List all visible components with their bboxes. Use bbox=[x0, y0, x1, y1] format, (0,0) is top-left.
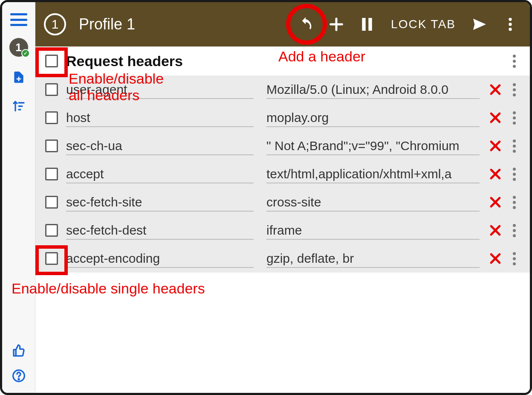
profile-badge-1[interactable]: 1 bbox=[9, 38, 28, 57]
content: Request headers user-agent Mozilla/5.0 (… bbox=[35, 46, 530, 393]
profile-title: Profile 1 bbox=[79, 15, 135, 33]
header-menu-button[interactable] bbox=[507, 83, 521, 96]
new-file-icon[interactable] bbox=[10, 69, 27, 86]
header-checkbox[interactable] bbox=[43, 222, 60, 239]
header-checkbox[interactable] bbox=[43, 194, 60, 211]
header-row: sec-fetch-site cross-site bbox=[35, 188, 530, 216]
topbar: 1 Profile 1 LOCK TAB bbox=[35, 2, 530, 46]
help-icon[interactable] bbox=[10, 367, 27, 384]
pause-button[interactable] bbox=[356, 13, 378, 35]
header-name-input[interactable]: host bbox=[66, 108, 254, 127]
header-name-input[interactable]: sec-ch-ua bbox=[66, 137, 254, 155]
header-menu-button[interactable] bbox=[507, 139, 521, 153]
delete-header-button[interactable] bbox=[487, 81, 503, 98]
request-headers-section: Request headers user-agent Mozilla/5.0 (… bbox=[35, 46, 530, 273]
header-row: accept-encoding gzip, deflate, br bbox=[35, 244, 530, 273]
section-header: Request headers bbox=[35, 46, 530, 76]
header-checkbox[interactable] bbox=[43, 137, 60, 154]
header-name-input[interactable]: user-agent bbox=[66, 80, 254, 99]
delete-header-button[interactable] bbox=[487, 222, 503, 238]
delete-header-button[interactable] bbox=[487, 166, 503, 182]
share-button[interactable] bbox=[468, 13, 491, 35]
header-checkbox[interactable] bbox=[43, 250, 60, 267]
header-checkbox[interactable] bbox=[43, 81, 60, 98]
svg-point-6 bbox=[509, 28, 512, 31]
check-icon bbox=[21, 49, 30, 58]
header-rows: user-agent Mozilla/5.0 (Linux; Android 8… bbox=[35, 76, 530, 273]
header-row: sec-fetch-dest iframe bbox=[35, 216, 530, 244]
header-name-input[interactable]: accept-encoding bbox=[66, 249, 254, 268]
section-title: Request headers bbox=[66, 53, 183, 70]
left-rail: 1 bbox=[2, 2, 35, 393]
header-name-input[interactable]: sec-fetch-dest bbox=[66, 221, 254, 240]
delete-header-button[interactable] bbox=[487, 250, 503, 267]
more-menu-button[interactable] bbox=[499, 13, 521, 35]
header-menu-button[interactable] bbox=[507, 196, 521, 209]
header-value-input[interactable]: Mozilla/5.0 (Linux; Android 8.0.0 bbox=[266, 80, 480, 99]
svg-rect-3 bbox=[368, 18, 372, 31]
profile-number-circle: 1 bbox=[44, 13, 66, 35]
header-value-input[interactable]: text/html,application/xhtml+xml,a bbox=[266, 165, 480, 183]
profile-badge-number: 1 bbox=[15, 41, 21, 54]
header-value-input[interactable]: " Not A;Brand";v="99", "Chromium bbox=[266, 137, 480, 155]
header-value-input[interactable]: cross-site bbox=[266, 193, 480, 212]
header-row: user-agent Mozilla/5.0 (Linux; Android 8… bbox=[35, 76, 530, 104]
svg-point-1 bbox=[18, 379, 19, 380]
header-checkbox[interactable] bbox=[43, 166, 60, 183]
delete-header-button[interactable] bbox=[487, 194, 503, 210]
header-name-input[interactable]: accept bbox=[66, 165, 254, 183]
hamburger-menu-icon[interactable] bbox=[10, 13, 27, 26]
header-value-input[interactable]: iframe bbox=[266, 221, 480, 240]
add-header-button[interactable] bbox=[325, 13, 347, 35]
section-menu-button[interactable] bbox=[507, 55, 521, 68]
toggle-all-checkbox[interactable] bbox=[43, 52, 60, 70]
header-value-input[interactable]: moplay.org bbox=[266, 108, 480, 127]
main-area: 1 Profile 1 LOCK TAB bbox=[35, 2, 530, 393]
header-value-input[interactable]: gzip, deflate, br bbox=[266, 249, 480, 268]
header-row: sec-ch-ua " Not A;Brand";v="99", "Chromi… bbox=[35, 132, 530, 160]
header-name-input[interactable]: sec-fetch-site bbox=[66, 193, 254, 212]
header-menu-button[interactable] bbox=[507, 168, 521, 181]
header-menu-button[interactable] bbox=[507, 111, 521, 125]
delete-header-button[interactable] bbox=[487, 138, 503, 154]
lock-tab-button[interactable]: LOCK TAB bbox=[391, 17, 456, 31]
header-row: accept text/html,application/xhtml+xml,a bbox=[35, 160, 530, 188]
sort-icon[interactable] bbox=[10, 98, 27, 115]
svg-rect-2 bbox=[362, 18, 365, 31]
svg-point-5 bbox=[509, 23, 512, 26]
header-menu-button[interactable] bbox=[507, 224, 521, 237]
header-checkbox[interactable] bbox=[43, 109, 60, 126]
header-menu-button[interactable] bbox=[507, 252, 521, 265]
thumbs-up-icon[interactable] bbox=[10, 342, 27, 359]
svg-point-4 bbox=[509, 18, 512, 21]
delete-header-button[interactable] bbox=[487, 110, 503, 126]
header-row: host moplay.org bbox=[35, 104, 530, 132]
undo-button[interactable] bbox=[295, 13, 317, 35]
profile-number-text: 1 bbox=[52, 17, 59, 32]
